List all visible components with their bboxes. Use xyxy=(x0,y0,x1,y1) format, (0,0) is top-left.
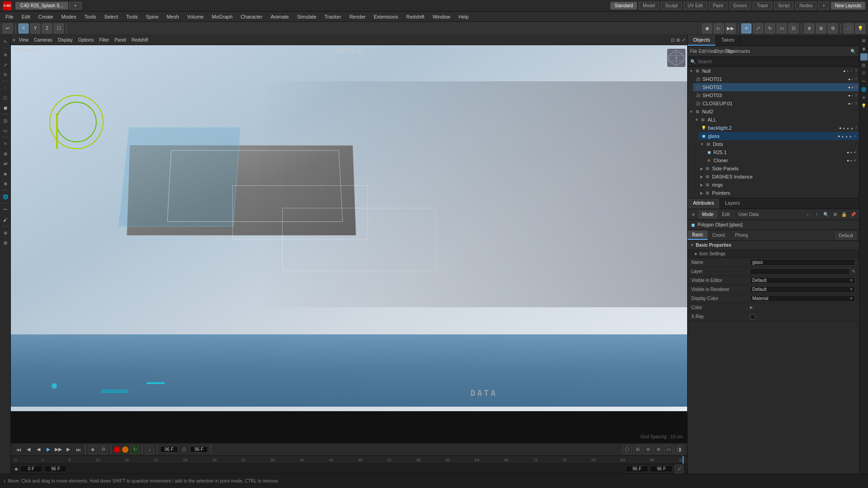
attr-mode-mode[interactable]: Mode xyxy=(698,210,717,219)
mode-uv-edit[interactable]: UV Edit xyxy=(684,2,707,9)
mode-script[interactable]: Script xyxy=(774,2,794,9)
tab-objects[interactable]: Objects xyxy=(688,35,716,46)
tl-last-frame[interactable]: ⏭ xyxy=(74,446,82,454)
obj-side-panels-expand[interactable]: ▶ xyxy=(700,167,703,171)
menu-mesh[interactable]: Mesh xyxy=(163,13,183,20)
obj-r251[interactable]: ◼ R25.1 ● ● ✓ xyxy=(704,148,859,156)
vt-display[interactable]: Display xyxy=(56,38,75,42)
menu-tools[interactable]: Tools xyxy=(81,13,100,20)
toolbar-render-active[interactable]: ▷ xyxy=(714,23,724,33)
lt-magnet[interactable]: ⊛ xyxy=(1,228,10,237)
toolbar-light[interactable]: 💡 xyxy=(855,23,865,33)
obj-dots[interactable]: ▼ ⊞ Dots xyxy=(698,140,859,148)
lt-paint[interactable]: 🖌 xyxy=(1,215,10,224)
menu-file[interactable]: File xyxy=(2,13,17,20)
mode-plus[interactable]: + xyxy=(818,2,829,9)
obj-cloner-check[interactable]: ✓ xyxy=(854,158,857,163)
prop-visible-renderer-dropdown[interactable]: Default ▼ xyxy=(750,286,855,293)
viewport-3d[interactable]: Perspective SHOT02 ⊕ Y X xyxy=(11,45,687,443)
obj-backlight2-q[interactable]: ? xyxy=(855,126,857,130)
attr-settings[interactable]: ⚙ xyxy=(831,211,839,219)
prop-layer-edit-icon[interactable]: ✎ xyxy=(852,269,855,274)
fr-node-icon[interactable]: ⊛ xyxy=(860,94,868,101)
attr-hamburger[interactable]: ≡ xyxy=(689,211,698,219)
toolbar-x[interactable]: X xyxy=(19,23,28,33)
menu-window[interactable]: Window xyxy=(429,13,454,20)
obj-null[interactable]: ▼ ⊞ Null ● ● ✓ ? xyxy=(688,67,859,75)
prop-name-input[interactable] xyxy=(750,259,855,266)
prop-tab-coord[interactable]: Coord. xyxy=(708,231,730,239)
prop-layer-input[interactable] xyxy=(750,268,850,275)
vt-view[interactable]: View xyxy=(17,38,31,42)
tl-icon-3[interactable]: ⊕ xyxy=(643,445,652,454)
menu-tools2[interactable]: Tools xyxy=(123,13,142,20)
obj-backlight2[interactable]: 💡 backlight.2 ● ▲ ▲ ▲ ? xyxy=(698,124,859,132)
pt-bookmarks[interactable]: Bookmarks xyxy=(735,47,743,56)
tl-next-frame[interactable]: ▶ xyxy=(64,446,72,454)
mode-nodes[interactable]: Nodes xyxy=(795,2,816,9)
lt-select[interactable]: ↖ xyxy=(1,37,10,46)
tl-prev-frame[interactable]: ◀ xyxy=(24,446,33,454)
fr-attr-icon[interactable]: ≡ xyxy=(860,53,868,61)
menu-create[interactable]: Create xyxy=(35,13,57,20)
obj-null2[interactable]: ▼ ⊞ Null2 xyxy=(688,108,859,116)
prop-tab-phong[interactable]: Phong xyxy=(730,231,752,239)
lt-faces[interactable]: ◼ xyxy=(1,103,10,112)
toolbar-grid[interactable]: ⊞ xyxy=(816,23,826,33)
menu-extensions[interactable]: Extensions xyxy=(370,13,402,20)
mode-model[interactable]: Model xyxy=(639,2,659,9)
obj-all-expand[interactable]: ▼ xyxy=(695,118,698,122)
fr-timeline-icon[interactable]: ⏱ xyxy=(860,70,868,77)
tl-frame-current-display[interactable]: 96 F xyxy=(160,446,178,453)
pt-object[interactable]: Object xyxy=(717,47,725,56)
toolbar-rotate[interactable]: ↻ xyxy=(765,23,775,33)
attr-up[interactable]: ↑ xyxy=(813,211,821,219)
tl-key-mode[interactable]: ◆ xyxy=(88,445,97,454)
timeline-ruler[interactable]: 0 4 8 12 16 20 24 28 32 36 40 44 xyxy=(11,456,687,464)
tl-motion-btn[interactable] xyxy=(122,446,128,453)
toolbar-undo[interactable]: ↩ xyxy=(3,23,13,33)
viewport-nav-cube[interactable]: Y X xyxy=(667,47,685,67)
obj-shot01-q[interactable]: ? xyxy=(855,77,857,81)
prop-display-color-dropdown[interactable]: Material ▼ xyxy=(750,295,855,302)
tl-sound-btn[interactable]: ♪ xyxy=(145,445,154,454)
mode-paint[interactable]: Paint xyxy=(709,2,727,9)
lt-sym[interactable]: ⊞ xyxy=(1,238,10,247)
menu-mograph[interactable]: MoGraph xyxy=(208,13,236,20)
obj-rings[interactable]: ▶ ⊞ rings xyxy=(698,181,859,189)
tl-current-frame-input[interactable]: 96 F xyxy=(44,465,67,472)
fr-scene-icon[interactable]: 🌐 xyxy=(860,86,868,93)
sub-icon-settings[interactable]: ▶ Icon Settings xyxy=(688,250,859,258)
attr-tab-layers[interactable]: Layers xyxy=(719,198,745,209)
menu-simulate[interactable]: Simulate xyxy=(293,13,320,20)
tl-loop-btn[interactable]: ↻ xyxy=(130,445,139,454)
mode-standard[interactable]: Standard xyxy=(610,2,637,9)
tab-active[interactable]: C4D R25_Splash S... xyxy=(15,2,68,9)
tl-first-frame[interactable]: ⏮ xyxy=(14,446,23,454)
toolbar-coord-box[interactable]: ☐ xyxy=(54,23,64,33)
toolbar-y[interactable]: Y xyxy=(30,23,40,33)
obj-shot03-q[interactable]: ? xyxy=(855,93,857,98)
obj-rings-expand[interactable]: ▶ xyxy=(700,183,703,187)
tl-icon-6[interactable]: ◨ xyxy=(675,445,684,454)
obj-dashes-expand[interactable]: ▶ xyxy=(700,175,703,179)
vt-hamburger[interactable]: ≡ xyxy=(13,38,15,42)
vt-options[interactable]: Options xyxy=(76,38,95,42)
toolbar-render-all[interactable]: ▶▶ xyxy=(726,23,736,33)
tl-play[interactable]: ▶ xyxy=(44,446,52,454)
lt-points[interactable]: ◦ xyxy=(1,83,10,92)
search-input[interactable] xyxy=(698,59,856,64)
mode-track[interactable]: Track xyxy=(753,2,772,9)
lt-weld[interactable]: ⊗ xyxy=(1,179,10,188)
prop-color-expand[interactable]: ▶ xyxy=(750,305,753,310)
menu-render[interactable]: Render xyxy=(346,13,369,20)
obj-shot02-q[interactable]: ? xyxy=(855,85,857,89)
tl-icon-5[interactable]: ▭ xyxy=(664,445,673,454)
tl-play-back[interactable]: ◀ xyxy=(34,446,42,454)
lt-move[interactable]: ✛ xyxy=(1,50,10,59)
tab-takes[interactable]: Takes xyxy=(716,35,740,46)
obj-dots-expand[interactable]: ▼ xyxy=(700,142,704,146)
tl-icon-2[interactable]: ⊞ xyxy=(633,445,642,454)
vt-icon-3[interactable]: ⤢ xyxy=(682,38,685,42)
prop-xray-checkbox[interactable] xyxy=(750,314,755,319)
